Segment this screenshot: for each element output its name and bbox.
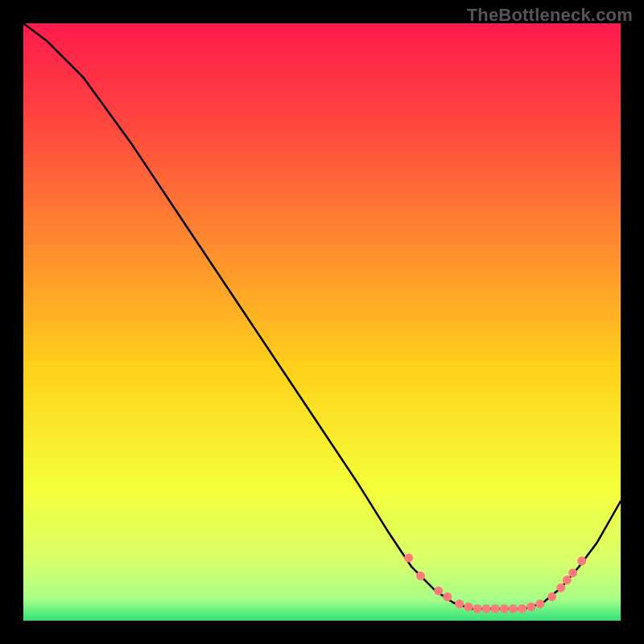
bottleneck-chart	[23, 23, 621, 621]
chart-frame: TheBottleneck.com	[0, 0, 644, 644]
watermark-label: TheBottleneck.com	[467, 5, 633, 26]
